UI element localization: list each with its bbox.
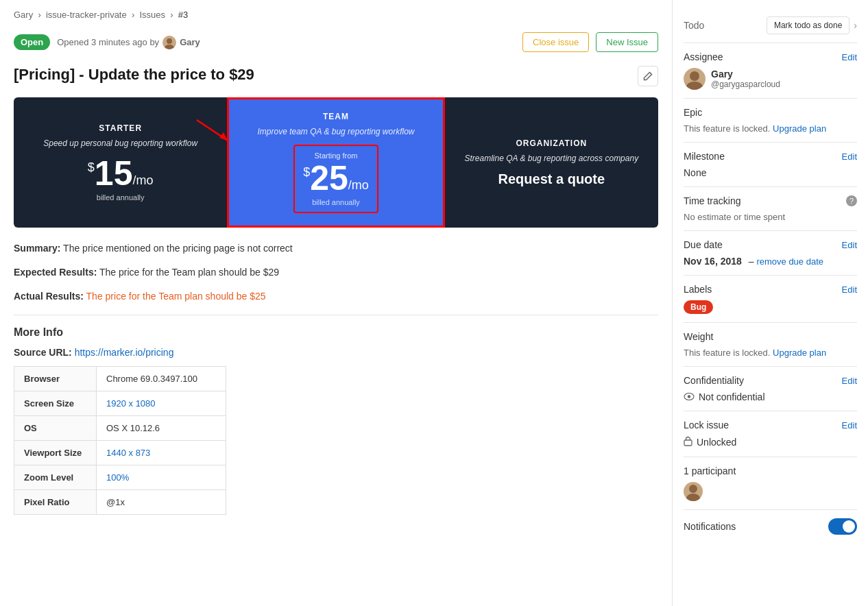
breadcrumb-issue-number: #3 — [178, 10, 188, 20]
assignee-name: Gary — [711, 69, 780, 80]
more-info-title: More Info — [0, 326, 672, 339]
due-date-value: Nov 16, 2018 — [684, 256, 742, 267]
labels-edit-link[interactable]: Edit — [842, 284, 857, 295]
milestone-value: None — [684, 167, 857, 178]
svg-point-4 — [690, 71, 699, 81]
source-url-row: Source URL: https://marker.io/pricing — [0, 347, 672, 366]
table-value: Chrome 69.0.3497.100 — [97, 367, 226, 391]
pricing-org: ORGANIZATION Streamline QA & bug reporti… — [445, 97, 658, 228]
weight-section: Weight This feature is locked. Upgrade p… — [684, 323, 857, 367]
summary-line: Summary: The price mentioned on the pric… — [14, 241, 658, 256]
lock-issue-edit-link[interactable]: Edit — [842, 420, 857, 431]
breadcrumb-repo[interactable]: issue-tracker-private — [46, 10, 127, 20]
notifications-section: Notifications ✓ — [684, 510, 857, 543]
breadcrumb-user[interactable]: Gary — [14, 10, 33, 20]
lock-issue-value: Unlocked — [697, 437, 736, 448]
new-issue-button[interactable]: New Issue — [596, 32, 658, 52]
mark-todo-button[interactable]: Mark todo as done — [767, 16, 849, 34]
svg-rect-8 — [684, 440, 692, 446]
edit-title-button[interactable] — [638, 66, 658, 86]
issue-title-area: [Pricing] - Update the price to $29 — [0, 60, 672, 97]
notifications-toggle[interactable]: ✓ — [828, 518, 857, 535]
table-value: 1440 x 873 — [97, 441, 226, 465]
bug-label: Bug — [684, 300, 713, 314]
epic-label: Epic — [684, 107, 702, 118]
table-value: 100% — [97, 465, 226, 490]
lock-icon — [684, 436, 692, 448]
svg-point-5 — [686, 82, 703, 90]
table-value: @1x — [97, 490, 226, 515]
issue-content: Summary: The price mentioned on the pric… — [0, 241, 672, 304]
table-key: Pixel Ratio — [14, 490, 97, 515]
confidentiality-section: Confidentiality Edit Not confidential — [684, 367, 857, 411]
lock-row: Unlocked — [684, 436, 857, 448]
svg-point-0 — [167, 38, 172, 44]
epic-upgrade-link[interactable]: Upgrade plan — [773, 123, 826, 134]
author-avatar — [162, 36, 176, 49]
due-date-section: Due date Edit Nov 16, 2018 – remove due … — [684, 231, 857, 276]
table-value: OS X 10.12.6 — [97, 416, 226, 441]
status-badge: Open — [14, 34, 50, 50]
eye-icon — [684, 391, 695, 402]
lock-issue-label: Lock issue — [684, 420, 729, 431]
table-row: BrowserChrome 69.0.3497.100 — [14, 367, 226, 391]
assignee-edit-link[interactable]: Edit — [842, 52, 857, 62]
remove-due-date-link[interactable]: remove due date — [756, 256, 823, 267]
epic-section: Epic This feature is locked. Upgrade pla… — [684, 99, 857, 143]
issue-title: [Pricing] - Update the price to $29 — [14, 66, 631, 84]
confidentiality-value: Not confidential — [699, 391, 765, 402]
divider — [14, 315, 658, 315]
participant-avatar — [684, 482, 703, 501]
toggle-check-icon: ✓ — [847, 522, 853, 531]
participants-label: 1 participant — [684, 465, 857, 476]
table-value: 1920 x 1080 — [97, 391, 226, 416]
table-key: Screen Size — [14, 391, 97, 416]
weight-label: Weight — [684, 331, 713, 342]
actual-line: Actual Results: The price for the Team p… — [14, 289, 658, 304]
table-row: Viewport Size1440 x 873 — [14, 441, 226, 465]
opened-text: Opened 3 minutes ago by Gary — [57, 36, 200, 49]
due-date-edit-link[interactable]: Edit — [842, 240, 857, 250]
confidentiality-label: Confidentiality — [684, 375, 744, 386]
source-url-link[interactable]: https://marker.io/pricing — [75, 347, 174, 358]
chevron-right-icon: › — [854, 20, 857, 31]
assignee-row: Gary @garygasparcloud — [684, 68, 857, 90]
table-key: Browser — [14, 367, 97, 391]
todo-label: Todo — [684, 20, 704, 31]
breadcrumb: Gary › issue-tracker-private › Issues › … — [0, 0, 672, 27]
milestone-label: Milestone — [684, 151, 725, 162]
svg-point-10 — [686, 494, 700, 501]
expected-line: Expected Results: The price for the Team… — [14, 265, 658, 280]
table-key: Zoom Level — [14, 465, 97, 490]
confidentiality-edit-link[interactable]: Edit — [842, 376, 857, 386]
assignee-label: Assignee — [684, 51, 723, 62]
time-tracking-section: Time tracking ? No estimate or time spen… — [684, 187, 857, 231]
svg-point-7 — [688, 395, 690, 398]
info-table: BrowserChrome 69.0.3497.100Screen Size19… — [14, 366, 226, 515]
confidentiality-row: Not confidential — [684, 391, 857, 402]
close-issue-button[interactable]: Close issue — [522, 32, 589, 52]
breadcrumb-issues[interactable]: Issues — [140, 10, 166, 20]
svg-point-9 — [689, 485, 697, 493]
participants-section: 1 participant — [684, 457, 857, 510]
table-row: OSOS X 10.12.6 — [14, 416, 226, 441]
milestone-section: Milestone Edit None — [684, 143, 857, 187]
table-row: Zoom Level100% — [14, 465, 226, 490]
lock-issue-section: Lock issue Edit Unlocked — [684, 411, 857, 457]
notifications-label: Notifications — [684, 521, 736, 532]
milestone-edit-link[interactable]: Edit — [842, 152, 857, 162]
help-icon[interactable]: ? — [846, 195, 857, 206]
assignee-handle: @garygasparcloud — [711, 80, 780, 89]
table-row: Pixel Ratio@1x — [14, 490, 226, 515]
team-price-box: Starting from $ 25 /mo billed annually — [293, 145, 378, 213]
labels-label: Labels — [684, 284, 712, 295]
sidebar: Todo Mark todo as done › Assignee Edit G… — [673, 0, 868, 606]
table-key: OS — [14, 416, 97, 441]
table-key: Viewport Size — [14, 441, 97, 465]
labels-section: Labels Edit Bug — [684, 276, 857, 323]
epic-locked-text: This feature is locked. Upgrade plan — [684, 123, 857, 134]
issue-header: Open Opened 3 minutes ago by Gary Close … — [0, 27, 672, 60]
svg-point-1 — [165, 45, 174, 49]
weight-upgrade-link[interactable]: Upgrade plan — [773, 348, 826, 358]
time-tracking-label: Time tracking — [684, 195, 741, 206]
